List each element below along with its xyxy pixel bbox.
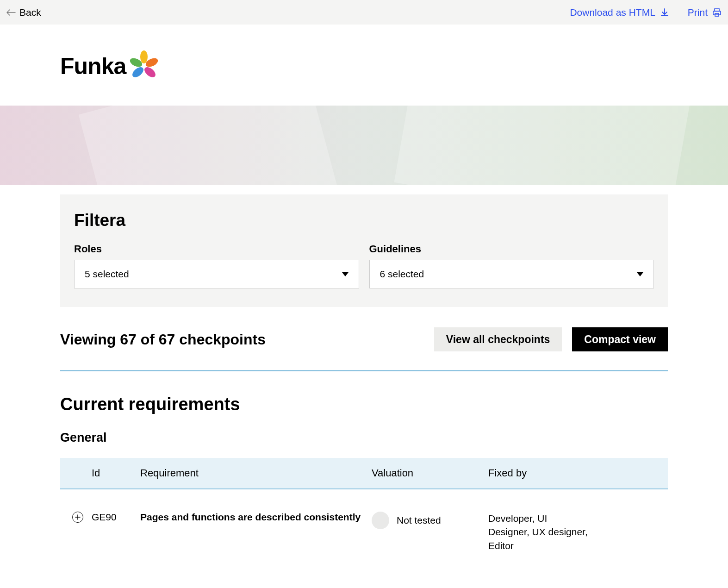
- viewing-bar: Viewing 67 of 67 checkpoints View all ch…: [60, 327, 668, 351]
- content: Filtera Roles 5 selected Guidelines 6 se…: [51, 194, 677, 580]
- roles-label: Roles: [74, 243, 359, 255]
- filter-row: Roles 5 selected Guidelines 6 selected: [74, 243, 654, 288]
- table-header: Id Requirement Valuation Fixed by: [60, 458, 668, 489]
- topbar-actions: Download as HTML Print: [570, 7, 722, 18]
- row-valuation-cell: Not tested: [372, 512, 488, 529]
- expand-button[interactable]: [72, 512, 83, 523]
- svg-point-3: [140, 50, 148, 63]
- table-row: GE90 Pages and functions are described c…: [60, 489, 668, 552]
- chevron-down-icon: [342, 272, 348, 276]
- svg-point-5: [143, 65, 157, 79]
- roles-select[interactable]: 5 selected: [74, 260, 359, 288]
- back-button[interactable]: Back: [6, 7, 41, 18]
- logo-flower-icon: [128, 50, 160, 82]
- filter-roles: Roles 5 selected: [74, 243, 359, 288]
- divider: [60, 370, 668, 371]
- print-label: Print: [688, 7, 708, 18]
- col-valuation-header: Valuation: [372, 467, 488, 479]
- filter-panel: Filtera Roles 5 selected Guidelines 6 se…: [60, 194, 668, 307]
- col-expand: [60, 467, 92, 479]
- view-buttons: View all checkpoints Compact view: [434, 327, 668, 351]
- topbar: Back Download as HTML Print: [0, 0, 728, 25]
- general-title: General: [60, 431, 668, 445]
- hero-banner: [0, 106, 728, 185]
- guidelines-select[interactable]: 6 selected: [369, 260, 654, 288]
- chevron-down-icon: [637, 272, 643, 276]
- guidelines-value: 6 selected: [380, 269, 424, 280]
- plus-icon: [75, 514, 81, 520]
- expand-cell: [60, 512, 92, 523]
- compact-view-button[interactable]: Compact view: [572, 327, 668, 351]
- svg-point-6: [131, 65, 145, 79]
- viewing-count: Viewing 67 of 67 checkpoints: [60, 331, 266, 348]
- logo-text: Funka: [60, 53, 126, 80]
- logo: Funka: [60, 50, 728, 82]
- filter-title: Filtera: [74, 211, 654, 230]
- download-html-link[interactable]: Download as HTML: [570, 7, 669, 18]
- print-link[interactable]: Print: [688, 7, 722, 18]
- requirements-title: Current requirements: [60, 394, 668, 414]
- download-label: Download as HTML: [570, 7, 655, 18]
- status-dot-icon: [372, 512, 389, 529]
- row-requirement: Pages and functions are described consis…: [140, 512, 372, 523]
- print-icon: [712, 8, 722, 17]
- guidelines-label: Guidelines: [369, 243, 654, 255]
- col-requirement-header: Requirement: [140, 467, 372, 479]
- filter-guidelines: Guidelines 6 selected: [369, 243, 654, 288]
- logo-area: Funka: [0, 25, 728, 106]
- roles-value: 5 selected: [85, 269, 129, 280]
- download-icon: [660, 8, 669, 17]
- col-id-header: Id: [92, 467, 140, 479]
- back-label: Back: [19, 7, 41, 18]
- row-id: GE90: [92, 512, 140, 523]
- col-fixedby-header: Fixed by: [488, 467, 588, 479]
- row-valuation: Not tested: [397, 515, 441, 526]
- view-all-button[interactable]: View all checkpoints: [434, 327, 562, 351]
- svg-rect-1: [713, 11, 721, 15]
- arrow-left-icon: [6, 9, 16, 16]
- row-fixedby: Developer, UI Designer, UX designer, Edi…: [488, 512, 588, 552]
